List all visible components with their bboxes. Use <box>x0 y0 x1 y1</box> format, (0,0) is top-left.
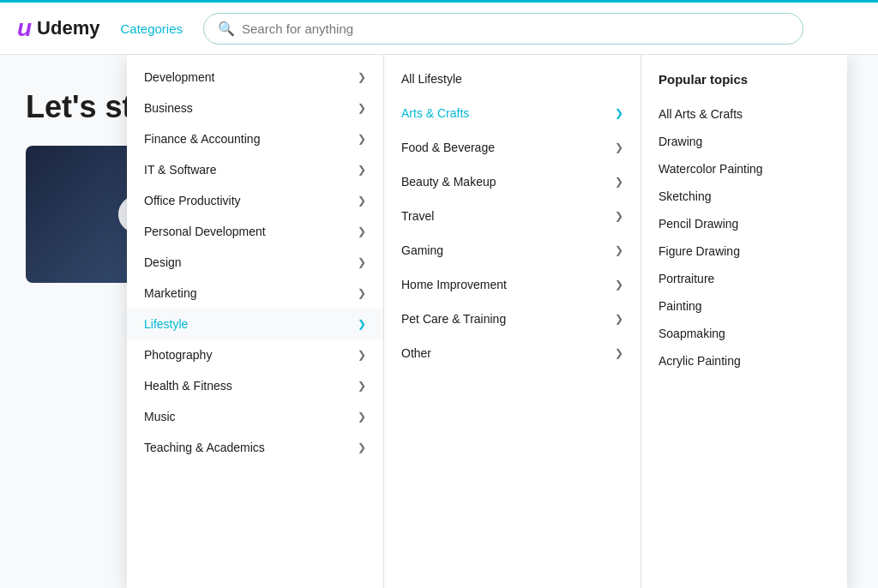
chevron-right-icon: ❯ <box>615 210 623 222</box>
category-item-it-software[interactable]: IT & Software❯ <box>127 154 383 185</box>
category-label: Business <box>144 101 193 115</box>
chevron-right-icon: ❯ <box>358 164 366 176</box>
popular-topic-item[interactable]: Pencil Drawing <box>658 210 830 237</box>
category-label: IT & Software <box>144 163 217 177</box>
popular-topics-column: Popular topics All Arts & CraftsDrawingW… <box>641 55 847 588</box>
category-item-teaching-academics[interactable]: Teaching & Academics❯ <box>127 432 383 463</box>
dropdown-menu: Development❯Business❯Finance & Accountin… <box>127 55 847 588</box>
category-item-development[interactable]: Development❯ <box>127 62 383 93</box>
category-label: Office Productivity <box>144 194 241 207</box>
logo-u-icon: u <box>17 15 32 42</box>
category-item-personal-development[interactable]: Personal Development❯ <box>127 216 383 247</box>
subcategory-label: Pet Care & Training <box>401 312 506 326</box>
categories-link[interactable]: Categories <box>120 21 183 36</box>
category-label: Finance & Accounting <box>144 132 260 146</box>
popular-topic-item[interactable]: Portraiture <box>658 265 830 292</box>
category-item-business[interactable]: Business❯ <box>127 93 383 123</box>
subcategory-label: Gaming <box>401 243 443 257</box>
chevron-right-icon: ❯ <box>358 102 366 114</box>
subcategory-item-other[interactable]: Other❯ <box>384 336 640 370</box>
category-label: Marketing <box>144 286 196 300</box>
subcategory-label: Food & Beverage <box>401 141 495 154</box>
subcategory-item-arts-crafts[interactable]: Arts & Crafts❯ <box>384 96 640 130</box>
chevron-right-icon: ❯ <box>615 141 623 153</box>
subcategory-item-travel[interactable]: Travel❯ <box>384 199 640 233</box>
chevron-right-icon: ❯ <box>358 380 366 392</box>
chevron-right-icon: ❯ <box>358 318 366 330</box>
category-label: Personal Development <box>144 225 266 238</box>
header: u Udemy Categories 🔍 <box>0 0 878 55</box>
subcategory-item-gaming[interactable]: Gaming❯ <box>384 233 640 267</box>
category-item-music[interactable]: Music❯ <box>127 401 383 432</box>
chevron-right-icon: ❯ <box>358 256 366 268</box>
category-item-finance[interactable]: Finance & Accounting❯ <box>127 123 383 154</box>
category-label: Health & Fitness <box>144 379 232 393</box>
chevron-right-icon: ❯ <box>358 133 366 145</box>
categories-column: Development❯Business❯Finance & Accountin… <box>127 55 384 588</box>
popular-topic-item[interactable]: Watercolor Painting <box>658 155 830 183</box>
popular-topic-item[interactable]: Acrylic Painting <box>658 347 830 375</box>
subcategory-label: All Lifestyle <box>401 72 462 86</box>
subcategory-label: Travel <box>401 209 434 223</box>
subcategory-item-all-lifestyle[interactable]: All Lifestyle <box>384 62 640 96</box>
category-item-lifestyle[interactable]: Lifestyle❯ <box>127 309 383 339</box>
subcategories-column: All LifestyleArts & Crafts❯Food & Bevera… <box>384 55 641 588</box>
category-item-design[interactable]: Design❯ <box>127 247 383 278</box>
chevron-right-icon: ❯ <box>358 287 366 299</box>
subcategory-item-pet-care[interactable]: Pet Care & Training❯ <box>384 302 640 336</box>
chevron-right-icon: ❯ <box>358 195 366 207</box>
chevron-right-icon: ❯ <box>615 107 623 119</box>
chevron-right-icon: ❯ <box>358 225 366 237</box>
chevron-right-icon: ❯ <box>358 441 366 453</box>
subcategory-label: Other <box>401 346 431 360</box>
subcategory-label: Beauty & Makeup <box>401 175 496 189</box>
chevron-right-icon: ❯ <box>615 244 623 256</box>
category-label: Music <box>144 410 176 423</box>
category-label: Design <box>144 255 182 269</box>
subcategory-label: Arts & Crafts <box>401 106 469 120</box>
popular-topic-item[interactable]: All Arts & Crafts <box>658 100 830 128</box>
subcategory-item-home-improvement[interactable]: Home Improvement❯ <box>384 267 640 302</box>
popular-topic-item[interactable]: Drawing <box>658 128 830 155</box>
chevron-right-icon: ❯ <box>358 411 366 423</box>
category-item-office-productivity[interactable]: Office Productivity❯ <box>127 185 383 216</box>
search-bar: 🔍 <box>203 13 803 45</box>
popular-topic-item[interactable]: Painting <box>658 292 830 320</box>
chevron-right-icon: ❯ <box>615 279 623 291</box>
logo[interactable]: u Udemy <box>17 15 99 42</box>
chevron-right-icon: ❯ <box>615 313 623 325</box>
category-label: Teaching & Academics <box>144 441 265 454</box>
subcategory-label: Home Improvement <box>401 278 507 291</box>
subcategory-item-beauty-makeup[interactable]: Beauty & Makeup❯ <box>384 165 640 199</box>
chevron-right-icon: ❯ <box>358 349 366 361</box>
logo-text: Udemy <box>37 17 99 39</box>
popular-topic-item[interactable]: Sketching <box>658 183 830 210</box>
chevron-right-icon: ❯ <box>358 71 366 83</box>
search-input[interactable] <box>242 21 789 36</box>
popular-topic-item[interactable]: Figure Drawing <box>658 237 830 265</box>
category-item-photography[interactable]: Photography❯ <box>127 339 383 370</box>
main-area: Let's st ▶ Training 5 Development❯Busine… <box>0 55 878 588</box>
search-icon: 🔍 <box>218 21 235 37</box>
chevron-right-icon: ❯ <box>615 347 623 359</box>
category-label: Lifestyle <box>144 317 188 331</box>
popular-topics-heading: Popular topics <box>658 72 830 87</box>
subcategory-item-food-beverage[interactable]: Food & Beverage❯ <box>384 130 640 165</box>
chevron-right-icon: ❯ <box>615 176 623 188</box>
category-item-marketing[interactable]: Marketing❯ <box>127 278 383 309</box>
popular-topic-item[interactable]: Soapmaking <box>658 320 830 347</box>
category-item-health-fitness[interactable]: Health & Fitness❯ <box>127 370 383 401</box>
category-label: Development <box>144 70 215 84</box>
category-label: Photography <box>144 348 212 362</box>
